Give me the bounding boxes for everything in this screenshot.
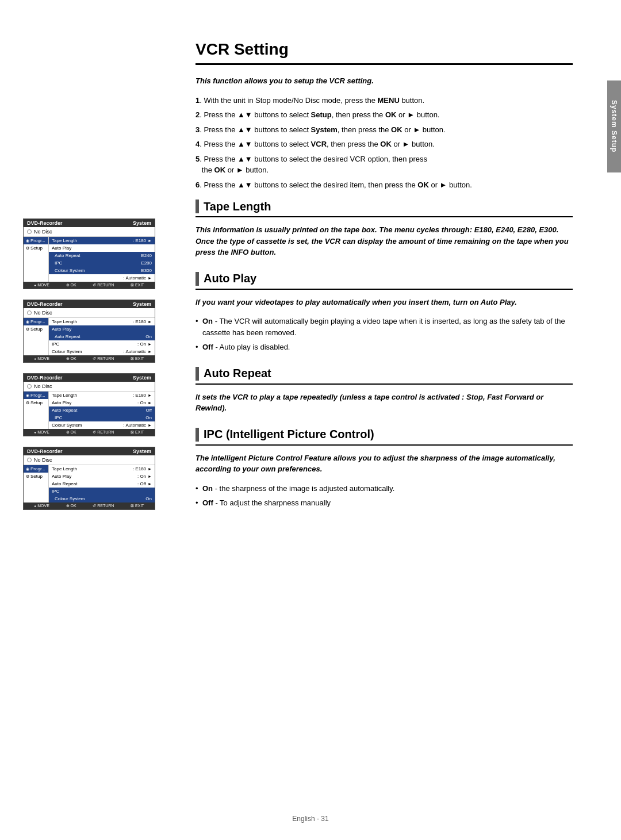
step-5: 5. Press the ▲▼ buttons to select the de…	[195, 154, 573, 176]
sidebar-programme-2: ◉ Progr...	[24, 318, 48, 325]
dvd-no-disc-3: No Disc	[24, 382, 155, 392]
dvd-row-auto-repeat-3: Auto Repeat Off	[49, 406, 155, 414]
programme-icon-2: ◉	[26, 320, 29, 324]
no-disc-text-1: No Disc	[34, 229, 52, 235]
arrow-icon: ►	[148, 239, 152, 243]
section-ipc: IPC (Intelligent Picture Control) The in…	[195, 428, 573, 509]
section-heading-auto-play: Auto Play	[195, 272, 573, 290]
ipc-intro: The intelligent Picture Control Feature …	[195, 452, 573, 475]
auto-play-off: Off - Auto play is disabled.	[195, 342, 573, 353]
no-disc-text-2: No Disc	[34, 310, 52, 316]
dvd-row-colour-system-1: : Automatic ►	[49, 274, 155, 282]
dvd-row-sub-e280: IPC E280	[49, 259, 155, 267]
dvd-row-auto-play-2: Auto Play	[49, 325, 155, 333]
auto-play-intro: If you want your videotapes to play auto…	[195, 297, 573, 308]
step-3: 3. Press the ▲▼ buttons to select System…	[195, 124, 573, 136]
auto-repeat-title: Auto Repeat	[204, 367, 271, 380]
auto-repeat-screen: DVD-Recorder System No Disc ◉ Progr... ⚙…	[23, 373, 155, 436]
dvd-title-3: DVD-Recorder	[27, 375, 63, 381]
dvd-row-colour-system-2: Colour System : Automatic ►	[49, 348, 155, 355]
arrow-icon-8: ►	[148, 423, 152, 427]
right-panel: VCR Setting This function allows you to …	[178, 23, 607, 817]
page-footer: English - 31	[0, 815, 621, 823]
auto-play-title: Auto Play	[204, 272, 256, 285]
dvd-header-4: DVD-Recorder System	[24, 447, 155, 455]
dvd-system-1: System	[133, 220, 151, 226]
dvd-row-sub-on: Auto Repeat On	[49, 333, 155, 340]
dvd-row-auto-play-1: Auto Play	[49, 244, 155, 252]
tape-length-title: Tape Length	[204, 200, 271, 213]
steps-list: 1. With the unit in Stop mode/No Disc mo…	[195, 95, 573, 191]
sidebar-programme-3: ◉ Progr...	[24, 392, 48, 399]
dvd-row-sub-e300: Colour System E300	[49, 267, 155, 274]
dvd-no-disc-2: No Disc	[24, 308, 155, 318]
no-disc-text-4: No Disc	[34, 457, 52, 463]
arrow-icon-4: ►	[148, 342, 152, 346]
sidebar-programme-1: ◉ Progr...	[24, 237, 48, 244]
arrow-icon-5: ►	[148, 350, 152, 354]
sidebar-setup-2: ⚙ Setup	[24, 325, 48, 333]
dvd-row-tape-length-3: Tape Length : E180 ►	[49, 392, 155, 399]
page-title: VCR Setting	[195, 40, 573, 65]
heading-bar-auto-repeat	[195, 367, 199, 381]
sidebar-setup-4: ⚙ Setup	[24, 473, 48, 480]
programme-icon-4: ◉	[26, 467, 29, 471]
dvd-title-2: DVD-Recorder	[27, 301, 63, 307]
dvd-row-sub-on-2: IPC On	[49, 414, 155, 421]
dvd-row-auto-play-4: Auto Play : On ►	[49, 473, 155, 480]
dvd-system-4: System	[133, 448, 151, 454]
dvd-footer-3: ⬥ MOVE ⊕ OK ↺ RETURN ⊠ EXIT	[24, 429, 155, 436]
arrow-icon-3: ►	[148, 320, 152, 324]
arrow-icon-2: ►	[148, 276, 152, 280]
auto-play-screen: DVD-Recorder System No Disc ◉ Progr... ⚙…	[23, 300, 155, 363]
section-heading-auto-repeat: Auto Repeat	[195, 367, 573, 385]
tape-length-intro: This information is usually printed on t…	[195, 224, 573, 258]
dvd-row-auto-play-3: Auto Play : On ►	[49, 399, 155, 406]
section-heading-tape-length: Tape Length	[195, 200, 573, 217]
dvd-row-sub-colour: Colour System On	[49, 495, 155, 503]
no-disc-icon-1	[27, 229, 32, 234]
dvd-row-tape-length-1: Tape Length : E180 ►	[49, 237, 155, 244]
no-disc-icon-2	[27, 310, 32, 315]
auto-play-bullets: On - The VCR will automatically begin pl…	[195, 316, 573, 353]
step-6: 6. Press the ▲▼ buttons to select the de…	[195, 179, 573, 191]
sidebar-setup-1: ⚙ Setup	[24, 244, 48, 252]
section-heading-ipc: IPC (Intelligent Picture Control)	[195, 428, 573, 446]
dvd-row-colour-system-3: Colour System : Automatic ►	[49, 421, 155, 429]
ipc-screen: DVD-Recorder System No Disc ◉ Progr... ⚙…	[23, 447, 155, 510]
dvd-row-ipc-4: IPC	[49, 488, 155, 495]
heading-bar-ipc	[195, 428, 199, 442]
section-auto-repeat: Auto Repeat It sets the VCR to play a ta…	[195, 367, 573, 414]
arrow-icon-11: ►	[148, 482, 152, 486]
ipc-bullets: On - the sharpness of the image is adjus…	[195, 483, 573, 509]
dvd-title-1: DVD-Recorder	[27, 220, 63, 226]
auto-play-on: On - The VCR will automatically begin pl…	[195, 316, 573, 338]
dvd-header-1: DVD-Recorder System	[24, 219, 155, 227]
ipc-title: IPC (Intelligent Picture Control)	[204, 428, 374, 441]
dvd-header-2: DVD-Recorder System	[24, 300, 155, 308]
ipc-on: On - the sharpness of the image is adjus…	[195, 483, 573, 494]
auto-repeat-intro: It sets the VCR to play a tape repeatedl…	[195, 392, 573, 414]
tape-length-screen: DVD-Recorder System No Disc ◉ Progr... ⚙…	[23, 218, 155, 289]
dvd-system-2: System	[133, 301, 151, 307]
dvd-header-3: DVD-Recorder System	[24, 374, 155, 382]
dvd-row-sub-e240: Auto Repeat E240	[49, 252, 155, 259]
arrow-icon-7: ►	[148, 401, 152, 405]
dvd-row-tape-length-4: Tape Length : E180 ►	[49, 465, 155, 473]
dvd-row-tape-length-2: Tape Length : E180 ►	[49, 318, 155, 325]
dvd-no-disc-4: No Disc	[24, 455, 155, 465]
sidebar-programme-4: ◉ Progr...	[24, 465, 48, 473]
setup-icon-3: ⚙	[26, 401, 29, 405]
heading-bar-tape	[195, 200, 199, 213]
dvd-footer-1: ⬥ MOVE ⊕ OK ↺ RETURN ⊠ EXIT	[24, 282, 155, 289]
intro-label: This function allows you to setup the VC…	[195, 75, 573, 87]
left-panel: DVD-Recorder System No Disc ◉ Progr... ⚙…	[0, 207, 178, 817]
no-disc-text-3: No Disc	[34, 383, 52, 389]
setup-icon-4: ⚙	[26, 474, 29, 479]
arrow-icon-9: ►	[148, 467, 152, 471]
dvd-footer-4: ⬥ MOVE ⊕ OK ↺ RETURN ⊠ EXIT	[24, 503, 155, 509]
section-tape-length: Tape Length This information is usually …	[195, 200, 573, 258]
programme-icon-3: ◉	[26, 393, 29, 398]
no-disc-icon-3	[27, 384, 32, 389]
dvd-footer-2: ⬥ MOVE ⊕ OK ↺ RETURN ⊠ EXIT	[24, 355, 155, 362]
